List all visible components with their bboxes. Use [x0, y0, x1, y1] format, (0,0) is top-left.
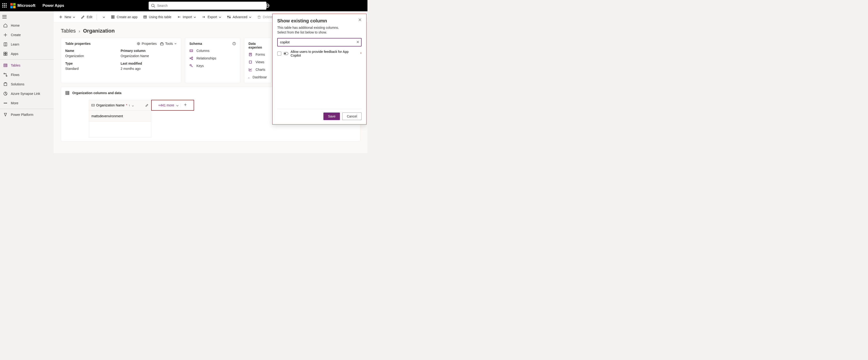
prop-type-label: Type	[65, 61, 121, 65]
cmd-label: Import	[183, 15, 192, 19]
nav-learn[interactable]: Learn	[0, 39, 54, 49]
settings-icon	[227, 15, 231, 19]
svg-rect-15	[6, 54, 7, 55]
svg-rect-32	[113, 17, 114, 19]
global-search[interactable]	[149, 2, 267, 10]
nav-synapse[interactable]: Azure Synapse Link	[0, 89, 54, 99]
cmd-import[interactable]: Import	[175, 14, 199, 20]
empty-cell[interactable]	[89, 121, 151, 138]
cmd-using-table[interactable]: Using this table	[141, 14, 174, 20]
breadcrumb-parent[interactable]: Tables	[61, 28, 76, 34]
svg-rect-29	[112, 16, 113, 17]
schema-label: Relationships	[196, 56, 216, 60]
globe-icon[interactable]	[265, 3, 270, 8]
svg-line-1	[154, 6, 155, 7]
export-icon	[202, 15, 206, 19]
prop-modified-label: Last modified	[121, 61, 177, 65]
cmd-delete[interactable]: Delete	[255, 14, 275, 20]
svg-line-59	[192, 66, 192, 66]
plus-icon	[59, 15, 63, 19]
svg-point-45	[138, 43, 139, 44]
more-icon	[3, 101, 7, 105]
svg-rect-65	[249, 78, 249, 78]
nav-create[interactable]: Create	[0, 30, 54, 39]
nav-home[interactable]: Home	[0, 21, 54, 30]
svg-rect-13	[6, 52, 7, 54]
search-icon	[151, 3, 155, 8]
nav-tables[interactable]: Tables	[0, 61, 54, 70]
prop-primary-label: Primary column	[121, 49, 177, 53]
data-exp-views[interactable]: Views	[248, 60, 267, 64]
column-checkbox[interactable]	[277, 51, 281, 56]
flyout-search-input[interactable]	[278, 38, 361, 46]
pencil-icon[interactable]	[145, 104, 149, 107]
nav-divider	[0, 59, 54, 60]
more-columns-link[interactable]: +441 more	[158, 103, 174, 107]
nav-solutions[interactable]: Solutions	[0, 80, 54, 89]
cmd-new[interactable]: New	[57, 14, 78, 20]
schema-relationships[interactable]: Relationships	[189, 56, 236, 60]
cmd-create-app[interactable]: Create an app	[108, 14, 140, 20]
schema-columns[interactable]: Abc Columns	[189, 49, 236, 53]
add-column-button[interactable]	[181, 103, 187, 107]
close-button[interactable]	[358, 18, 362, 22]
plus-icon	[3, 33, 7, 37]
cmd-label: Delete	[263, 15, 272, 19]
chevron-down-icon	[102, 16, 105, 19]
power-platform-icon	[3, 113, 7, 117]
flyout-search[interactable]	[277, 38, 362, 47]
data-exp-dashboards[interactable]: Dashboar	[248, 75, 267, 79]
top-bar: Microsoft Power Apps	[0, 0, 368, 11]
prop-primary-value: Organization Name	[121, 54, 177, 58]
nav-label: Solutions	[11, 82, 25, 86]
cmd-edit-dropdown[interactable]	[99, 14, 107, 20]
column-header-org-name[interactable]: Abc Organization Name* ↑	[89, 100, 151, 111]
svg-line-56	[191, 58, 192, 59]
cmd-edit[interactable]: Edit	[79, 14, 95, 20]
info-icon[interactable]	[232, 42, 236, 45]
svg-point-26	[6, 103, 7, 103]
card-title: Table properties	[65, 42, 91, 46]
nav-label: Tables	[11, 63, 20, 67]
chevron-down-icon[interactable]	[132, 104, 134, 106]
save-button[interactable]: Save	[323, 113, 340, 120]
nav-label: Azure Synapse Link	[11, 92, 40, 95]
nav-apps[interactable]: Apps	[0, 49, 54, 58]
app-launcher-icon[interactable]	[2, 3, 7, 8]
columns-icon: Abc	[189, 49, 193, 53]
properties-button[interactable]: Properties	[136, 42, 157, 46]
svg-point-24	[4, 103, 4, 103]
prop-modified-value: 2 months ago	[121, 67, 177, 71]
svg-text:Abc: Abc	[190, 50, 192, 51]
data-exp-label: Forms	[255, 53, 265, 56]
data-exp-charts[interactable]: Charts	[248, 68, 267, 72]
search-input[interactable]	[149, 2, 267, 10]
apps-icon	[3, 52, 7, 56]
cmd-label: Advanced	[233, 15, 247, 19]
keys-icon	[189, 64, 193, 68]
data-exp-forms[interactable]: Forms	[248, 53, 267, 56]
tools-button[interactable]: Tools	[160, 42, 177, 46]
clear-search-icon[interactable]	[356, 40, 359, 44]
prop-name-value: Organization	[65, 54, 121, 58]
toggle-icon	[284, 52, 288, 55]
nav-flows[interactable]: Flows	[0, 70, 54, 80]
nav-power-platform[interactable]: Power Platform	[0, 110, 54, 119]
flyout-column-option[interactable]: Allow users to provide feedback for App …	[277, 50, 362, 57]
schema-keys[interactable]: Keys	[189, 64, 236, 68]
panel-show-existing-column: Show existing column This table has addi…	[272, 14, 367, 124]
chevron-right-icon: ›	[79, 29, 80, 33]
svg-point-49	[234, 43, 235, 43]
svg-rect-12	[4, 52, 5, 54]
cmd-advanced[interactable]: Advanced	[225, 14, 254, 20]
data-exp-label: Dashboar	[252, 75, 267, 79]
cancel-button[interactable]: Cancel	[342, 113, 362, 120]
data-cell[interactable]: mattsdevenvironment	[89, 111, 151, 121]
charts-icon	[248, 68, 252, 72]
nav-more[interactable]: More	[0, 99, 54, 108]
svg-point-53	[192, 57, 193, 58]
hamburger-icon[interactable]	[0, 11, 54, 21]
cmd-export[interactable]: Export	[199, 14, 223, 20]
synapse-link-icon	[3, 91, 7, 96]
chevron-down-icon[interactable]	[176, 104, 179, 107]
